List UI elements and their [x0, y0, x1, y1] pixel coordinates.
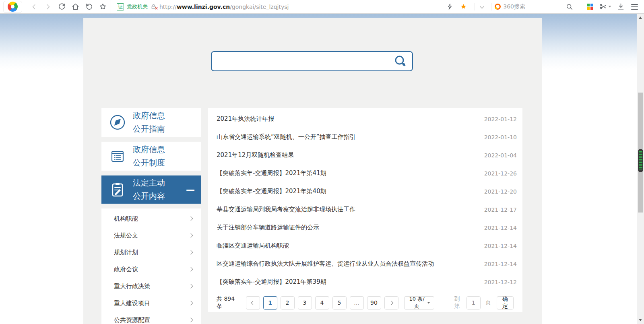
article-date: 2022-01-12: [484, 116, 517, 122]
find-in-page-button[interactable]: [564, 1, 575, 12]
address-dropdown-button[interactable]: [478, 1, 485, 12]
sidebar-card-statutory[interactable]: 法定主动 公开内容 —: [101, 175, 201, 204]
submenu-item-label: 规划计划: [114, 249, 189, 256]
article-date: 2022-01-10: [484, 134, 517, 140]
article-title-link[interactable]: 【突破落实年-交通周报】2021年第39期: [217, 278, 477, 286]
rules-icon: [109, 147, 126, 165]
screenshot-button[interactable]: [598, 1, 613, 12]
bookmarked-star-button[interactable]: [458, 1, 469, 12]
article-title-link[interactable]: 【突破落实年-交通周报】2021年第41期: [217, 169, 477, 177]
page-boost-button[interactable]: [444, 1, 455, 12]
page-number-button[interactable]: 5: [332, 296, 347, 310]
sidebar-submenu-item[interactable]: 重大建设项目: [101, 295, 201, 312]
article-row[interactable]: 关于注销部分车辆道路运输证件的公示 2021-12-14: [217, 219, 517, 237]
page-scrollbar[interactable]: [637, 14, 644, 324]
browser-logo-button[interactable]: [3, 1, 22, 13]
url-text: http://www.linzi.gov.cn/gongkai/site_lzq…: [159, 4, 289, 10]
article-row[interactable]: 【突破落实年-交通周报】2021年第40期 2021-12-20: [217, 182, 517, 200]
article-title-link[interactable]: 莘县交通运输局到我局考察交流治超非现场执法工作: [217, 206, 477, 213]
article-row[interactable]: 【突破落实年-交通周报】2021年第41期 2021-12-26: [217, 164, 517, 182]
site-search-input[interactable]: [212, 52, 394, 70]
article-row[interactable]: 区交通运输综合行政执法大队开展维护客运、货运行业从业人员合法权益宣传活动 202…: [217, 255, 517, 273]
article-row[interactable]: 临淄区交通运输局机构职能 2021-12-14: [217, 237, 517, 255]
scissors-icon: [599, 3, 607, 10]
bookmark-button[interactable]: [97, 1, 108, 12]
sidebar-submenu-item[interactable]: 规划计划: [101, 244, 201, 261]
chevron-right-icon: [389, 301, 393, 305]
card-label-line1: 政府信息: [133, 109, 165, 122]
submenu-item-label: 机构职能: [114, 215, 189, 223]
refresh-icon: [58, 3, 66, 10]
page-viewport: 政府信息 公开指南 政府信息 公开制度: [0, 14, 644, 324]
goto-prefix-label: 到第: [454, 295, 462, 310]
goto-page-group: 到第 页 确定: [454, 295, 517, 310]
page-number-button[interactable]: 2: [281, 296, 295, 310]
back-button[interactable]: [29, 1, 40, 12]
goto-page-input[interactable]: [466, 296, 481, 310]
page-number-label: 5: [338, 299, 341, 306]
address-bar[interactable]: 证 党政机关 × http://www.linzi.gov.cn/gongkai…: [111, 0, 444, 13]
sidebar-submenu-item[interactable]: 法规公文: [101, 227, 201, 244]
page-number-button[interactable]: 3: [298, 296, 312, 310]
article-row[interactable]: 【突破落实年-交通周报】2021年第39期 2021-12-12: [217, 273, 517, 291]
content-column: 政府信息 公开指南 政府信息 公开制度: [83, 18, 542, 324]
page-number-label: 1: [268, 299, 272, 306]
prev-page-button[interactable]: [246, 296, 260, 310]
refresh-button[interactable]: [56, 1, 67, 12]
article-date: 2021-12-14: [484, 243, 517, 249]
submenu-item-label: 重大建设项目: [114, 299, 189, 307]
article-title-link[interactable]: 区交通运输综合行政执法大队开展维护客运、货运行业从业人员合法权益宣传活动: [217, 260, 477, 268]
sidebar-submenu-item[interactable]: 重大行政决策: [101, 278, 201, 295]
url-path: /gongkai/site_lzqjtysj: [230, 4, 289, 10]
article-title-link[interactable]: 【突破落实年-交通周报】2021年第40期: [217, 188, 477, 195]
article-row[interactable]: 2021年12月双随机检查结果 2022-01-04: [217, 146, 517, 164]
downloads-button[interactable]: [615, 1, 626, 12]
article-row[interactable]: 莘县交通运输局到我局考察交流治超非现场执法工作 2021-12-17: [217, 200, 517, 219]
article-title-link[interactable]: 关于注销部分车辆道路运输证件的公示: [217, 224, 477, 231]
sidebar-submenu-item[interactable]: 机构职能: [101, 210, 201, 227]
article-title-link[interactable]: 临淄区交通运输局机构职能: [217, 242, 477, 250]
chevron-right-icon: [188, 267, 193, 271]
star-outline-icon: [99, 3, 107, 10]
article-title-link[interactable]: 2021年12月双随机检查结果: [217, 151, 477, 159]
article-row[interactable]: 2021年执法统计年报 2022-01-12: [217, 110, 517, 128]
article-title-link[interactable]: 山东省交通运输系统“双随机、一公开”抽查工作指引: [217, 133, 477, 141]
next-page-button[interactable]: [384, 296, 398, 310]
search-icon: [566, 3, 573, 10]
browser-logo-icon: [6, 0, 20, 14]
site-search-button[interactable]: [394, 54, 407, 68]
restore-button[interactable]: [83, 1, 95, 12]
page-number-button[interactable]: 4: [315, 296, 329, 310]
scrollbar-thumb[interactable]: [638, 93, 643, 213]
caret-down-icon: [609, 6, 611, 8]
sidebar-card-guide[interactable]: 政府信息 公开指南: [101, 108, 201, 137]
submenu-item-label: 重大行政决策: [114, 283, 189, 290]
page-number-button[interactable]: 1: [263, 296, 277, 310]
article-row[interactable]: 山东省交通运输系统“双随机、一公开”抽查工作指引 2022-01-10: [217, 128, 517, 146]
forward-button[interactable]: [42, 1, 54, 12]
search-engine-button[interactable]: 360搜索: [495, 3, 525, 10]
lightning-icon: [446, 3, 453, 10]
goto-confirm-button[interactable]: 确定: [497, 296, 514, 310]
article-date: 2021-12-17: [484, 206, 517, 213]
divider: [491, 3, 491, 10]
forward-icon: [44, 3, 52, 10]
scroll-up-arrow-icon[interactable]: [639, 17, 642, 19]
site-search-box: [211, 51, 413, 71]
url-scheme: http://: [159, 4, 177, 10]
page-size-select[interactable]: 10 条/页: [404, 296, 434, 310]
home-button[interactable]: [70, 1, 81, 12]
download-icon: [617, 3, 625, 10]
page-number-button[interactable]: 90: [367, 296, 381, 310]
sidebar-submenu-item[interactable]: 政府会议: [101, 261, 201, 278]
sidebar-card-rules[interactable]: 政府信息 公开制度: [101, 142, 201, 171]
sidebar-submenu-item[interactable]: 公共资源配置: [101, 312, 201, 324]
scroll-down-arrow-icon[interactable]: [639, 319, 642, 321]
menu-button[interactable]: [629, 1, 640, 12]
article-date: 2021-12-14: [484, 225, 517, 231]
submenu-item-label: 法规公文: [114, 232, 189, 239]
apps-grid-button[interactable]: [584, 1, 596, 12]
page-number-button[interactable]: ...: [350, 296, 364, 310]
article-title-link[interactable]: 2021年执法统计年报: [217, 115, 477, 123]
toolbar-right-group: 360搜索: [444, 1, 640, 12]
